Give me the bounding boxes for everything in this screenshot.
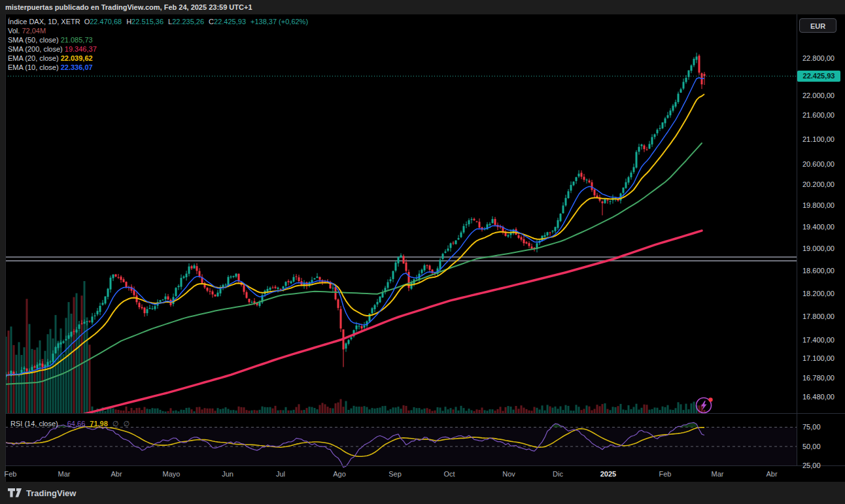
tradingview-mark-icon bbox=[8, 488, 22, 498]
indicator-row[interactable]: EMA (20, close) 22.039,62 bbox=[8, 54, 308, 63]
price-axis-label: 18.200,00 bbox=[802, 290, 835, 298]
tradingview-wordmark: TradingView bbox=[26, 488, 76, 498]
time-tick: Ago bbox=[325, 466, 354, 482]
ohlc-key: H bbox=[126, 18, 131, 25]
price-axis-label: 19.800,00 bbox=[802, 201, 835, 210]
indicator-label: SMA (200, close) bbox=[8, 45, 65, 53]
rsi-pane bbox=[5, 422, 797, 467]
time-tick: Nov bbox=[494, 466, 523, 482]
time-tick: Oct bbox=[435, 466, 464, 482]
lightning-icon bbox=[695, 395, 714, 415]
price-axis-label: 21.100,00 bbox=[802, 135, 835, 144]
rsi-legend-label: RSI (14, close) bbox=[10, 420, 58, 428]
ohlc-value: 22.470,68 bbox=[90, 18, 122, 25]
time-tick: Abr bbox=[757, 466, 786, 482]
indicator-value: 72,04M bbox=[22, 27, 46, 35]
rsi-value: 71,98 bbox=[90, 420, 108, 428]
ohlc-item: H22.515,36 bbox=[126, 18, 164, 25]
time-tick: Jul bbox=[266, 466, 295, 482]
price-axis-label: 17.400,00 bbox=[802, 336, 835, 344]
change-value: +138,37 (+0,62%) bbox=[250, 18, 308, 25]
price-axis-label: 20.200,00 bbox=[802, 180, 835, 189]
indicator-label: Vol. bbox=[8, 27, 22, 35]
rsi-axis-label: 25,00 bbox=[802, 462, 821, 470]
indicator-value: 21.085,73 bbox=[61, 36, 93, 44]
ohlc-item: O22.470,68 bbox=[84, 18, 122, 25]
ohlc-values: O22.470,68H22.515,36L22.235,26C22.425,93 bbox=[84, 18, 250, 25]
price-axis-label: 20.600,00 bbox=[802, 160, 835, 169]
indicator-label: EMA (20, close) bbox=[8, 54, 61, 62]
price-axis-label: 22.000,00 bbox=[802, 92, 835, 100]
price-axis-label: 16.780,00 bbox=[802, 374, 835, 382]
price-axis-label: 17.100,00 bbox=[802, 354, 835, 363]
time-tick: Sep bbox=[381, 466, 409, 482]
price-axis[interactable]: 22.800,0022.000,0021.600,0021.100,0020.6… bbox=[797, 14, 845, 466]
currency-button[interactable]: EUR bbox=[799, 18, 836, 33]
rsi-value: ∅ bbox=[123, 420, 129, 428]
ohlc-value: 22.425,93 bbox=[214, 18, 246, 25]
time-tick: Jun bbox=[213, 466, 242, 482]
time-tick: Feb bbox=[0, 466, 25, 482]
rsi-legend-values: 64,6671,98∅∅ bbox=[67, 420, 134, 428]
time-tick: 2025 bbox=[594, 466, 623, 482]
price-axis-label: 18.600,00 bbox=[802, 267, 835, 275]
time-tick: Mar bbox=[703, 466, 732, 482]
indicator-value: 22.336,07 bbox=[61, 63, 93, 71]
indicator-label: SMA (50, close) bbox=[8, 36, 61, 44]
time-tick: Dic bbox=[543, 466, 572, 482]
symbol-row[interactable]: Índice DAX, 1D, XETRO22.470,68H22.515,36… bbox=[8, 17, 308, 26]
price-axis-label: 19.400,00 bbox=[802, 223, 835, 231]
time-tick: Abr bbox=[102, 466, 131, 482]
ohlc-key: O bbox=[84, 18, 90, 25]
time-axis[interactable]: FebMarAbrMayoJunJulAgoSepOctNovDic2025Fe… bbox=[0, 466, 797, 482]
ohlc-item: C22.425,93 bbox=[209, 18, 246, 25]
ohlc-value: 22.515,36 bbox=[131, 18, 164, 25]
chart-canvas[interactable] bbox=[0, 0, 845, 504]
time-tick: Feb bbox=[651, 466, 680, 482]
boost-button[interactable] bbox=[695, 395, 714, 415]
last-price-badge: 22.425,93 bbox=[797, 71, 840, 82]
rsi-legend[interactable]: RSI (14, close)64,6671,98∅∅ bbox=[10, 419, 139, 428]
footer: TradingView bbox=[0, 482, 845, 504]
indicator-value: 19.346,37 bbox=[65, 45, 97, 53]
indicator-row[interactable]: EMA (10, close) 22.336,07 bbox=[8, 63, 308, 72]
indicator-row[interactable]: SMA (200, close) 19.346,37 bbox=[8, 44, 308, 54]
tradingview-logo[interactable]: TradingView bbox=[8, 487, 76, 499]
indicator-row[interactable]: Vol. 72,04M bbox=[8, 26, 308, 35]
price-axis-label: 22.800,00 bbox=[802, 54, 835, 63]
indicator-row[interactable]: SMA (50, close) 21.085,73 bbox=[8, 35, 308, 44]
main-legend: Índice DAX, 1D, XETRO22.470,68H22.515,36… bbox=[8, 17, 308, 72]
indicator-label: EMA (10, close) bbox=[8, 63, 61, 71]
rsi-value: ∅ bbox=[112, 420, 119, 428]
indicator-value: 22.039,62 bbox=[61, 54, 93, 62]
ohlc-value: 22.235,26 bbox=[172, 18, 204, 25]
rsi-axis-label: 75,00 bbox=[802, 423, 821, 431]
ohlc-item: L22.235,26 bbox=[168, 18, 204, 25]
time-tick: Mayo bbox=[157, 466, 186, 482]
price-axis-label: 19.000,00 bbox=[802, 244, 835, 253]
rsi-value: 64,66 bbox=[67, 420, 86, 428]
rsi-axis-label: 50,00 bbox=[802, 443, 821, 451]
symbol-title: Índice DAX, 1D, XETR bbox=[8, 18, 80, 25]
price-axis-label: 16.480,00 bbox=[802, 393, 835, 401]
tradingview-chart-page: misterpuertas publicado en TradingView.c… bbox=[0, 0, 845, 504]
price-axis-label: 17.800,00 bbox=[802, 312, 835, 321]
ohlc-key: C bbox=[209, 18, 214, 25]
price-axis-label: 21.600,00 bbox=[802, 111, 835, 120]
time-tick: Mar bbox=[50, 466, 78, 482]
indicator-rows: Vol. 72,04MSMA (50, close) 21.085,73SMA … bbox=[8, 26, 308, 72]
